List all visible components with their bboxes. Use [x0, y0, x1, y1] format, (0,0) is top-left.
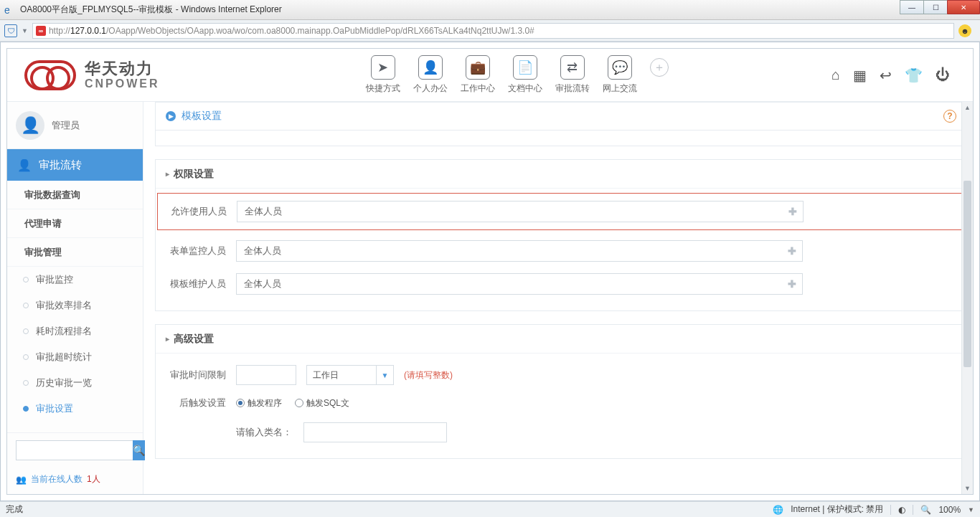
brand-logo[interactable]: 华天动力 CNPOWER — [24, 60, 160, 90]
shirt-icon[interactable]: 👕 — [905, 67, 923, 84]
sidebar-sub-duration[interactable]: 耗时流程排名 — [7, 318, 143, 344]
trigger-label: 后触发设置 — [166, 397, 226, 409]
trigger-sql-radio[interactable]: 触发SQL文 — [295, 397, 349, 409]
globe-icon: 🌐 — [773, 505, 783, 515]
sidebar-sub-efficiency[interactable]: 审批效率排名 — [7, 293, 143, 318]
people-icon: 👥 — [16, 475, 27, 485]
sidebar: 👤 管理员 👤 审批流转 审批数据查询 代理申请 审批管理 审批监控 审批效率排… — [7, 102, 143, 494]
time-limit-input[interactable] — [236, 365, 296, 385]
add-icon[interactable]: ✚ — [788, 278, 796, 290]
dropdown-icon: ▼ — [376, 366, 393, 384]
sidebar-active-label: 审批流转 — [39, 158, 82, 172]
time-unit-select[interactable]: 工作日 ▼ — [306, 365, 394, 385]
topnav-chat[interactable]: 💬网上交流 — [603, 55, 637, 95]
help-icon[interactable]: ? — [943, 110, 956, 123]
bullet-icon: ▶ — [166, 111, 176, 121]
sidebar-item-proxy[interactable]: 代理申请 — [7, 209, 143, 238]
sidebar-search: 🔍 — [7, 432, 143, 468]
time-hint: (请填写整数) — [404, 369, 453, 381]
monitor-users-picker[interactable]: 全体人员 ✚ — [236, 240, 803, 262]
allow-users-label: 允许使用人员 — [166, 205, 227, 218]
ie-icon: e — [4, 4, 16, 16]
permission-section-header[interactable]: ▸ 权限设置 — [156, 160, 963, 189]
advanced-section: ▸ 高级设置 审批时间限制 工作日 ▼ (请填写整数 — [155, 324, 964, 459]
url-input[interactable]: ∞ http://127.0.0.1/OAapp/WebObjects/OAap… — [32, 23, 954, 39]
avatar-icon: 👤 — [16, 111, 44, 140]
online-count[interactable]: 👥 当前在线人数 1人 — [7, 468, 143, 494]
page-header: 华天动力 CNPOWER ➤快捷方式 👤个人办公 💼工作中心 📄文档中心 ⇄审批… — [7, 49, 973, 102]
sidebar-sub-settings[interactable]: 审批设置 — [7, 396, 143, 422]
classname-input[interactable] — [303, 422, 447, 442]
window-close-button[interactable]: ✕ — [947, 0, 980, 14]
sidebar-item-query[interactable]: 审批数据查询 — [7, 181, 143, 209]
window-minimize-button[interactable]: — — [900, 0, 924, 14]
sidebar-search-input[interactable] — [16, 440, 133, 460]
person-icon: 👤 — [418, 55, 443, 80]
smiley-icon[interactable]: ☻ — [958, 24, 971, 37]
scroll-up-icon[interactable]: ▲ — [962, 102, 973, 113]
sidebar-active-approval[interactable]: 👤 审批流转 — [7, 149, 143, 181]
scroll-thumb[interactable] — [963, 181, 971, 367]
add-icon[interactable]: ✚ — [788, 206, 797, 217]
top-tools: ⌂ ▦ ↩ 👕 ⏻ — [831, 67, 956, 84]
highlighted-row: 允许使用人员 全体人员 ✚ — [157, 193, 962, 230]
apps-icon[interactable]: ▦ — [853, 67, 867, 84]
monitor-users-label: 表单监控人员 — [166, 245, 226, 257]
allow-users-picker[interactable]: 全体人员 ✚ — [237, 201, 804, 222]
caret-icon: ▸ — [166, 335, 169, 343]
topnav-approval[interactable]: ⇄审批流转 — [555, 55, 590, 95]
status-tools-icon[interactable]: ◐ — [898, 505, 905, 515]
zoom-dropdown-icon[interactable]: ▼ — [968, 506, 974, 513]
chat-icon: 💬 — [608, 55, 632, 80]
panel-header: ▶ 模板设置 ? — [155, 102, 964, 131]
status-left: 完成 — [6, 503, 23, 516]
trigger-program-radio[interactable]: 触发程序 — [236, 397, 282, 409]
advanced-section-header[interactable]: ▸ 高级设置 — [156, 325, 963, 354]
scroll-down-icon[interactable]: ▼ — [962, 483, 973, 494]
window-title: OA8000平台版_FPLMYSQL5--审批模板 - Windows Inte… — [20, 4, 282, 16]
username: 管理员 — [52, 119, 80, 132]
add-icon[interactable]: ✚ — [788, 245, 796, 257]
address-bar: 🛡 ▼ ∞ http://127.0.0.1/OAapp/WebObjects/… — [0, 20, 980, 42]
maintain-users-picker[interactable]: 全体人员 ✚ — [236, 273, 803, 295]
status-bar: 完成 🌐 Internet | 保护模式: 禁用 ◐ 🔍 100% ▼ — [0, 501, 980, 517]
briefcase-icon: 💼 — [466, 55, 490, 80]
panel-strip — [155, 131, 964, 146]
topnav-personal[interactable]: 👤个人办公 — [413, 55, 448, 95]
topnav-add-button[interactable]: ＋ — [650, 58, 669, 77]
url-text: http://127.0.0.1/OAapp/WebObjects/OAapp.… — [49, 26, 534, 36]
window-maximize-button[interactable]: ☐ — [923, 0, 948, 14]
window-titlebar: e OA8000平台版_FPLMYSQL5--审批模板 - Windows In… — [0, 0, 980, 20]
zoom-value: 100% — [938, 505, 961, 515]
topnav-workcenter[interactable]: 💼工作中心 — [461, 55, 495, 95]
time-limit-label: 审批时间限制 — [166, 369, 226, 381]
send-icon: ➤ — [371, 55, 395, 80]
reply-icon[interactable]: ↩ — [880, 67, 892, 84]
sidebar-item-manage[interactable]: 审批管理 — [7, 238, 143, 267]
sidebar-sub-monitor[interactable]: 审批监控 — [7, 267, 143, 293]
topnav-quick[interactable]: ➤快捷方式 — [366, 55, 400, 95]
site-icon: ∞ — [36, 26, 46, 36]
brand-name-en: CNPOWER — [85, 77, 160, 90]
classname-label: 请输入类名： — [236, 426, 292, 439]
caret-icon: ▸ — [166, 170, 169, 178]
sidebar-sub-timeout[interactable]: 审批超时统计 — [7, 344, 143, 370]
topnav-doccenter[interactable]: 📄文档中心 — [508, 55, 542, 95]
brand-name-cn: 华天动力 — [85, 60, 160, 77]
document-icon: 📄 — [513, 55, 537, 80]
panel-title: 模板设置 — [182, 110, 222, 123]
content-area: ▶ 模板设置 ? ▸ 权限设置 — [143, 102, 973, 494]
home-icon[interactable]: ⌂ — [831, 67, 840, 83]
sidebar-sub-history[interactable]: 历史审批一览 — [7, 370, 143, 396]
vertical-scrollbar[interactable]: ▲ ▼ — [961, 102, 973, 494]
flow-icon: ⇄ — [560, 55, 585, 80]
dropdown-icon[interactable]: ▼ — [22, 27, 28, 34]
user-box[interactable]: 👤 管理员 — [7, 102, 143, 149]
security-shield-icon[interactable]: 🛡 — [4, 24, 17, 37]
person-flow-icon: 👤 — [17, 158, 32, 172]
maintain-users-label: 模板维护人员 — [166, 278, 226, 290]
permission-section: ▸ 权限设置 允许使用人员 全体人员 ✚ — [155, 159, 964, 311]
zoom-icon[interactable]: 🔍 — [920, 505, 931, 515]
power-icon[interactable]: ⏻ — [936, 67, 950, 83]
logo-mark-icon — [24, 60, 76, 90]
